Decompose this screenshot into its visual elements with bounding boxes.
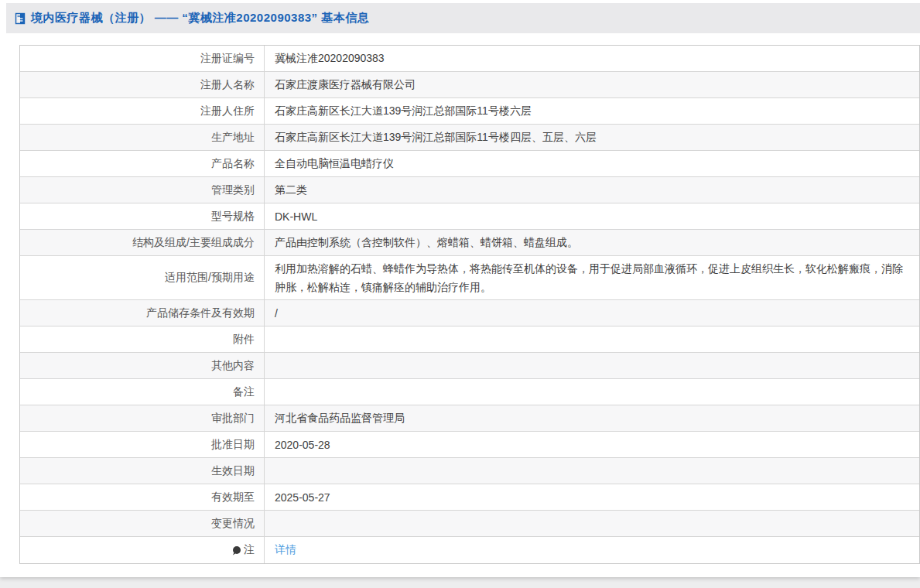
table-row-approval-department: 审批部门 河北省食品药品监督管理局 (20, 405, 919, 432)
table-row-reg-cert-number: 注册证编号 冀械注准20202090383 (20, 46, 919, 72)
row-value: 利用加热溶解的石蜡、蜂蜡作为导热体，将热能传至机体的设备，用于促进局部血液循环，… (265, 256, 919, 299)
row-value: 第二类 (265, 177, 919, 203)
table-row-registrant-address: 注册人住所 石家庄高新区长江大道139号润江总部国际11号楼六层 (20, 98, 919, 125)
row-value: 冀械注准20202090383 (265, 46, 919, 71)
document-icon (14, 12, 26, 25)
row-value: 2025-05-27 (265, 484, 919, 510)
table-row-remarks: 备注 (20, 379, 919, 405)
table-row-management-category: 管理类别 第二类 (20, 177, 919, 203)
row-label: 适用范围/预期用途 (20, 256, 265, 299)
row-label: 其他内容 (20, 353, 265, 378)
table-row-model-spec: 型号规格 DK-HWL (20, 203, 919, 230)
row-value (265, 326, 919, 352)
table-row-production-address: 生产地址 石家庄高新区长江大道139号润江总部国际11号楼四层、五层、六层 (20, 125, 919, 151)
table-row-other-content: 其他内容 (20, 353, 919, 379)
table-row-approval-date: 批准日期 2020-05-28 (20, 432, 919, 458)
row-label: 注册证编号 (20, 46, 265, 71)
details-link[interactable]: 详情 (275, 543, 296, 557)
row-label: 产品储存条件及有效期 (20, 300, 265, 326)
row-label: 管理类别 (20, 177, 265, 203)
row-label: 注 (20, 537, 265, 563)
row-label: 注册人名称 (20, 72, 265, 97)
content-card: 境内医疗器械（注册） —— “冀械注准20202090383” 基本信息 注册证… (0, 0, 920, 577)
row-value: 产品由控制系统（含控制软件）、熔蜡箱、蜡饼箱、蜡盘组成。 (265, 230, 919, 255)
table-row-change-status: 变更情况 (20, 511, 919, 537)
row-value: 石家庄高新区长江大道139号润江总部国际11号楼四层、五层、六层 (265, 125, 919, 150)
table-row-storage-validity: 产品储存条件及有效期 / (20, 300, 919, 326)
registration-info-table: 注册证编号 冀械注准20202090383 注册人名称 石家庄渡康医疗器械有限公… (19, 45, 920, 564)
table-row-product-name: 产品名称 全自动电脑恒温电蜡疗仪 (20, 151, 919, 177)
row-value: 石家庄高新区长江大道139号润江总部国际11号楼六层 (265, 98, 919, 124)
row-label: 附件 (20, 326, 265, 352)
row-label: 审批部门 (20, 405, 265, 431)
row-value: 石家庄渡康医疗器械有限公司 (265, 72, 919, 97)
table-row-attachments: 附件 (20, 326, 919, 353)
table-row-effective-date: 生效日期 (20, 458, 919, 484)
row-label: 生产地址 (20, 125, 265, 150)
table-row-intended-use: 适用范围/预期用途 利用加热溶解的石蜡、蜂蜡作为导热体，将热能传至机体的设备，用… (20, 256, 919, 300)
note-icon (231, 545, 241, 557)
row-label: 备注 (20, 379, 265, 405)
page-title: 境内医疗器械（注册） —— “冀械注准20202090383” 基本信息 (31, 11, 369, 26)
row-value (265, 458, 919, 484)
row-label: 批准日期 (20, 432, 265, 457)
row-value: 2020-05-28 (265, 432, 919, 457)
row-value: 详情 (265, 537, 919, 563)
table-row-expiry-date: 有效期至 2025-05-27 (20, 484, 919, 511)
row-label: 变更情况 (20, 511, 265, 536)
row-label: 有效期至 (20, 484, 265, 510)
row-value (265, 511, 919, 536)
row-label: 结构及组成/主要组成成分 (20, 230, 265, 255)
row-value: DK-HWL (265, 203, 919, 229)
page-header: 境内医疗器械（注册） —— “冀械注准20202090383” 基本信息 (6, 3, 920, 33)
row-label-text: 注 (244, 543, 255, 557)
row-value: 全自动电脑恒温电蜡疗仪 (265, 151, 919, 176)
table-row-note: 注 详情 (20, 537, 919, 563)
row-value (265, 379, 919, 405)
row-label: 产品名称 (20, 151, 265, 176)
row-value (265, 353, 919, 378)
row-value: / (265, 300, 919, 326)
row-label: 注册人住所 (20, 98, 265, 124)
row-label: 型号规格 (20, 203, 265, 229)
row-label: 生效日期 (20, 458, 265, 484)
table-row-registrant-name: 注册人名称 石家庄渡康医疗器械有限公司 (20, 72, 919, 98)
table-row-structure-composition: 结构及组成/主要组成成分 产品由控制系统（含控制软件）、熔蜡箱、蜡饼箱、蜡盘组成… (20, 230, 919, 256)
row-value: 河北省食品药品监督管理局 (265, 405, 919, 431)
